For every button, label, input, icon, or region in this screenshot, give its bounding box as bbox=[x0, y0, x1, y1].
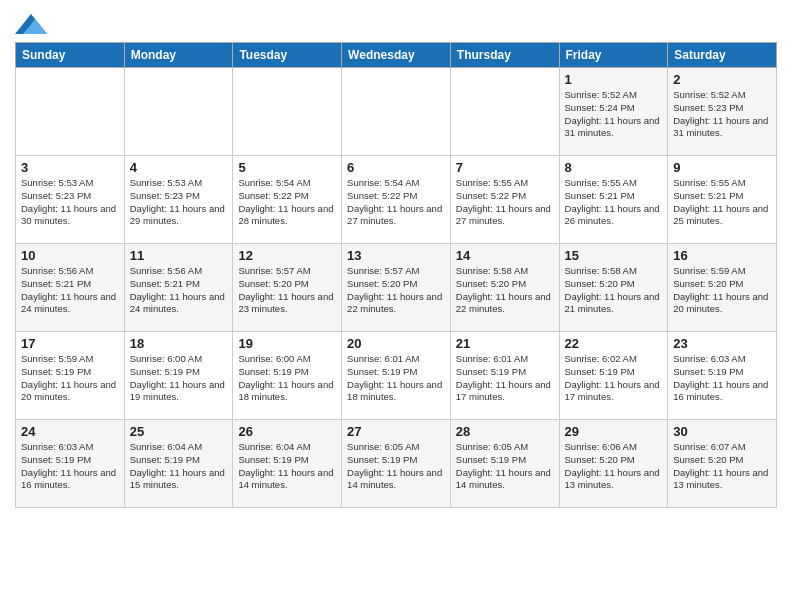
logo bbox=[15, 10, 51, 38]
day-info: Sunrise: 5:55 AM Sunset: 5:22 PM Dayligh… bbox=[456, 177, 554, 228]
day-number: 3 bbox=[21, 160, 119, 175]
calendar-cell: 29Sunrise: 6:06 AM Sunset: 5:20 PM Dayli… bbox=[559, 420, 668, 508]
day-number: 20 bbox=[347, 336, 445, 351]
calendar-cell: 12Sunrise: 5:57 AM Sunset: 5:20 PM Dayli… bbox=[233, 244, 342, 332]
day-info: Sunrise: 6:01 AM Sunset: 5:19 PM Dayligh… bbox=[347, 353, 445, 404]
day-info: Sunrise: 6:02 AM Sunset: 5:19 PM Dayligh… bbox=[565, 353, 663, 404]
calendar-cell bbox=[450, 68, 559, 156]
day-number: 4 bbox=[130, 160, 228, 175]
day-number: 10 bbox=[21, 248, 119, 263]
day-info: Sunrise: 6:03 AM Sunset: 5:19 PM Dayligh… bbox=[21, 441, 119, 492]
day-number: 12 bbox=[238, 248, 336, 263]
day-number: 8 bbox=[565, 160, 663, 175]
day-info: Sunrise: 5:58 AM Sunset: 5:20 PM Dayligh… bbox=[456, 265, 554, 316]
day-info: Sunrise: 5:59 AM Sunset: 5:20 PM Dayligh… bbox=[673, 265, 771, 316]
day-info: Sunrise: 6:05 AM Sunset: 5:19 PM Dayligh… bbox=[347, 441, 445, 492]
day-header-saturday: Saturday bbox=[668, 43, 777, 68]
calendar-cell: 22Sunrise: 6:02 AM Sunset: 5:19 PM Dayli… bbox=[559, 332, 668, 420]
calendar-cell: 6Sunrise: 5:54 AM Sunset: 5:22 PM Daylig… bbox=[342, 156, 451, 244]
day-info: Sunrise: 5:56 AM Sunset: 5:21 PM Dayligh… bbox=[130, 265, 228, 316]
day-number: 6 bbox=[347, 160, 445, 175]
calendar-cell bbox=[16, 68, 125, 156]
calendar-cell: 15Sunrise: 5:58 AM Sunset: 5:20 PM Dayli… bbox=[559, 244, 668, 332]
day-info: Sunrise: 5:53 AM Sunset: 5:23 PM Dayligh… bbox=[21, 177, 119, 228]
calendar-week-1: 1Sunrise: 5:52 AM Sunset: 5:24 PM Daylig… bbox=[16, 68, 777, 156]
calendar-cell: 23Sunrise: 6:03 AM Sunset: 5:19 PM Dayli… bbox=[668, 332, 777, 420]
calendar-header-row: SundayMondayTuesdayWednesdayThursdayFrid… bbox=[16, 43, 777, 68]
day-number: 28 bbox=[456, 424, 554, 439]
day-info: Sunrise: 5:54 AM Sunset: 5:22 PM Dayligh… bbox=[238, 177, 336, 228]
day-info: Sunrise: 5:55 AM Sunset: 5:21 PM Dayligh… bbox=[673, 177, 771, 228]
day-number: 18 bbox=[130, 336, 228, 351]
calendar-cell: 24Sunrise: 6:03 AM Sunset: 5:19 PM Dayli… bbox=[16, 420, 125, 508]
day-info: Sunrise: 6:04 AM Sunset: 5:19 PM Dayligh… bbox=[238, 441, 336, 492]
day-header-monday: Monday bbox=[124, 43, 233, 68]
day-info: Sunrise: 5:57 AM Sunset: 5:20 PM Dayligh… bbox=[347, 265, 445, 316]
day-info: Sunrise: 5:57 AM Sunset: 5:20 PM Dayligh… bbox=[238, 265, 336, 316]
calendar-cell: 8Sunrise: 5:55 AM Sunset: 5:21 PM Daylig… bbox=[559, 156, 668, 244]
calendar-week-2: 3Sunrise: 5:53 AM Sunset: 5:23 PM Daylig… bbox=[16, 156, 777, 244]
calendar-cell: 17Sunrise: 5:59 AM Sunset: 5:19 PM Dayli… bbox=[16, 332, 125, 420]
day-number: 5 bbox=[238, 160, 336, 175]
day-number: 16 bbox=[673, 248, 771, 263]
day-number: 15 bbox=[565, 248, 663, 263]
page-header bbox=[15, 10, 777, 38]
day-number: 17 bbox=[21, 336, 119, 351]
day-number: 24 bbox=[21, 424, 119, 439]
calendar-cell: 21Sunrise: 6:01 AM Sunset: 5:19 PM Dayli… bbox=[450, 332, 559, 420]
day-number: 27 bbox=[347, 424, 445, 439]
day-info: Sunrise: 6:00 AM Sunset: 5:19 PM Dayligh… bbox=[130, 353, 228, 404]
calendar-week-3: 10Sunrise: 5:56 AM Sunset: 5:21 PM Dayli… bbox=[16, 244, 777, 332]
day-info: Sunrise: 6:03 AM Sunset: 5:19 PM Dayligh… bbox=[673, 353, 771, 404]
calendar-cell: 25Sunrise: 6:04 AM Sunset: 5:19 PM Dayli… bbox=[124, 420, 233, 508]
calendar-cell: 13Sunrise: 5:57 AM Sunset: 5:20 PM Dayli… bbox=[342, 244, 451, 332]
calendar-cell: 16Sunrise: 5:59 AM Sunset: 5:20 PM Dayli… bbox=[668, 244, 777, 332]
day-header-friday: Friday bbox=[559, 43, 668, 68]
day-header-wednesday: Wednesday bbox=[342, 43, 451, 68]
calendar-cell: 19Sunrise: 6:00 AM Sunset: 5:19 PM Dayli… bbox=[233, 332, 342, 420]
day-info: Sunrise: 6:06 AM Sunset: 5:20 PM Dayligh… bbox=[565, 441, 663, 492]
day-info: Sunrise: 6:04 AM Sunset: 5:19 PM Dayligh… bbox=[130, 441, 228, 492]
calendar-cell: 26Sunrise: 6:04 AM Sunset: 5:19 PM Dayli… bbox=[233, 420, 342, 508]
calendar-cell: 20Sunrise: 6:01 AM Sunset: 5:19 PM Dayli… bbox=[342, 332, 451, 420]
day-info: Sunrise: 5:52 AM Sunset: 5:24 PM Dayligh… bbox=[565, 89, 663, 140]
day-info: Sunrise: 5:53 AM Sunset: 5:23 PM Dayligh… bbox=[130, 177, 228, 228]
day-number: 7 bbox=[456, 160, 554, 175]
day-info: Sunrise: 5:56 AM Sunset: 5:21 PM Dayligh… bbox=[21, 265, 119, 316]
calendar-table: SundayMondayTuesdayWednesdayThursdayFrid… bbox=[15, 42, 777, 508]
day-info: Sunrise: 6:05 AM Sunset: 5:19 PM Dayligh… bbox=[456, 441, 554, 492]
day-info: Sunrise: 5:59 AM Sunset: 5:19 PM Dayligh… bbox=[21, 353, 119, 404]
day-number: 14 bbox=[456, 248, 554, 263]
calendar-cell bbox=[342, 68, 451, 156]
calendar-cell: 5Sunrise: 5:54 AM Sunset: 5:22 PM Daylig… bbox=[233, 156, 342, 244]
calendar-cell: 1Sunrise: 5:52 AM Sunset: 5:24 PM Daylig… bbox=[559, 68, 668, 156]
calendar-cell bbox=[233, 68, 342, 156]
day-number: 30 bbox=[673, 424, 771, 439]
calendar-cell: 3Sunrise: 5:53 AM Sunset: 5:23 PM Daylig… bbox=[16, 156, 125, 244]
calendar-cell: 27Sunrise: 6:05 AM Sunset: 5:19 PM Dayli… bbox=[342, 420, 451, 508]
day-number: 1 bbox=[565, 72, 663, 87]
day-number: 22 bbox=[565, 336, 663, 351]
calendar-cell: 30Sunrise: 6:07 AM Sunset: 5:20 PM Dayli… bbox=[668, 420, 777, 508]
day-number: 2 bbox=[673, 72, 771, 87]
day-info: Sunrise: 6:01 AM Sunset: 5:19 PM Dayligh… bbox=[456, 353, 554, 404]
calendar-week-5: 24Sunrise: 6:03 AM Sunset: 5:19 PM Dayli… bbox=[16, 420, 777, 508]
day-number: 25 bbox=[130, 424, 228, 439]
day-header-tuesday: Tuesday bbox=[233, 43, 342, 68]
day-number: 29 bbox=[565, 424, 663, 439]
day-info: Sunrise: 5:52 AM Sunset: 5:23 PM Dayligh… bbox=[673, 89, 771, 140]
day-info: Sunrise: 6:00 AM Sunset: 5:19 PM Dayligh… bbox=[238, 353, 336, 404]
day-number: 11 bbox=[130, 248, 228, 263]
calendar-cell: 14Sunrise: 5:58 AM Sunset: 5:20 PM Dayli… bbox=[450, 244, 559, 332]
day-number: 19 bbox=[238, 336, 336, 351]
calendar-cell: 4Sunrise: 5:53 AM Sunset: 5:23 PM Daylig… bbox=[124, 156, 233, 244]
calendar-cell bbox=[124, 68, 233, 156]
day-info: Sunrise: 5:55 AM Sunset: 5:21 PM Dayligh… bbox=[565, 177, 663, 228]
day-header-thursday: Thursday bbox=[450, 43, 559, 68]
day-info: Sunrise: 6:07 AM Sunset: 5:20 PM Dayligh… bbox=[673, 441, 771, 492]
calendar-cell: 10Sunrise: 5:56 AM Sunset: 5:21 PM Dayli… bbox=[16, 244, 125, 332]
calendar-cell: 2Sunrise: 5:52 AM Sunset: 5:23 PM Daylig… bbox=[668, 68, 777, 156]
day-number: 26 bbox=[238, 424, 336, 439]
day-info: Sunrise: 5:58 AM Sunset: 5:20 PM Dayligh… bbox=[565, 265, 663, 316]
day-number: 21 bbox=[456, 336, 554, 351]
